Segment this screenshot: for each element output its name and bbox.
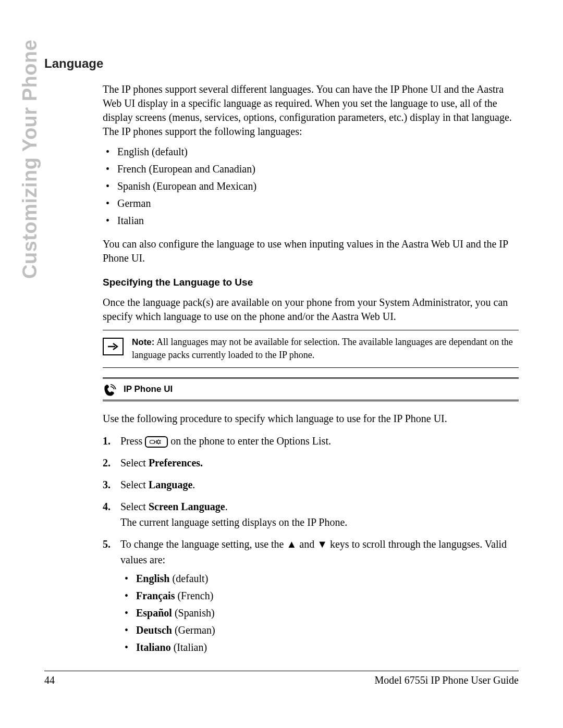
value-rest: (French) [175,590,213,601]
list-item: Español (Spanish) [121,606,519,620]
note-label: Note: [132,337,154,347]
step-2: Select Preferences. [103,455,519,471]
value-rest: (Spanish) [172,607,215,619]
page-number: 44 [44,674,55,686]
step-3: Select Language. [103,477,519,492]
down-arrow-icon: ▼ [317,538,327,550]
page-body: Language The IP phones support several d… [44,56,519,650]
list-item: French (European and Canadian) [103,162,519,176]
ip-phone-ui-band: IP Phone UI [103,377,519,401]
supported-languages-list: English (default) French (European and C… [103,145,519,228]
subheading-specifying: Specifying the Language to Use [103,277,519,288]
phone-icon [103,382,118,397]
value-bold: English [136,573,169,584]
options-key-icon [145,436,168,448]
procedure-intro: Use the following procedure to specify w… [103,412,519,426]
value-bold: Français [136,590,175,601]
step-text: . [225,501,228,512]
specify-paragraph: Once the language pack(s) are available … [103,295,519,324]
step-text: on the phone to enter the Options List. [170,435,331,447]
list-item: Spanish (European and Mexican) [103,179,519,193]
step-text: Select [120,501,149,512]
page-footer: 44 Model 6755i IP Phone User Guide [44,671,519,686]
step-4: Select Screen Language. The current lang… [103,499,519,530]
step-bold: Preferences. [149,457,203,468]
ip-phone-ui-label: IP Phone UI [124,384,173,394]
list-item: English (default) [121,572,519,586]
step-text: . [192,479,195,490]
list-item: English (default) [103,145,519,159]
step-text: Press [120,435,145,447]
value-bold: Italiano [136,641,171,653]
value-rest: (default) [169,573,208,584]
post-list-paragraph: You can also configure the language to u… [103,237,519,265]
list-item: Français (French) [121,589,519,603]
step-text: and [297,538,317,550]
step-text: To change the language setting, use the [120,538,287,550]
value-rest: (Italian) [171,641,207,653]
step-bold: Screen Language [149,501,225,512]
value-rest: (German) [172,624,215,636]
list-item: Deutsch (German) [121,623,519,637]
intro-paragraph: The IP phones support several different … [103,82,519,139]
sidebar-chapter-title: Customizing Your Phone [19,40,41,279]
note-body: All languages may not be available for s… [132,337,513,360]
up-arrow-icon: ▲ [287,538,297,550]
section-heading: Language [44,56,519,71]
note-text: Note: All languages may not be available… [132,336,519,361]
step-text: Select [120,479,149,490]
note-block: Note: All languages may not be available… [103,330,519,368]
step-1: Press on the phone to enter the Options … [103,433,519,449]
footer-title: Model 6755i IP Phone User Guide [375,674,519,686]
list-item: Italiano (Italian) [121,640,519,655]
note-arrow-icon [103,338,124,355]
step-bold: Language [149,479,192,490]
step-text: The current language setting displays on… [120,516,347,528]
step-text: Select [120,457,149,468]
step-5: To change the language setting, use the … [103,536,519,655]
svg-rect-0 [150,440,155,443]
value-bold: Deutsch [136,624,172,636]
value-bold: Español [136,607,172,619]
valid-values-list: English (default) Français (French) Espa… [121,572,519,655]
procedure-steps: Press on the phone to enter the Options … [103,433,519,655]
list-item: German [103,196,519,211]
list-item: Italian [103,214,519,228]
